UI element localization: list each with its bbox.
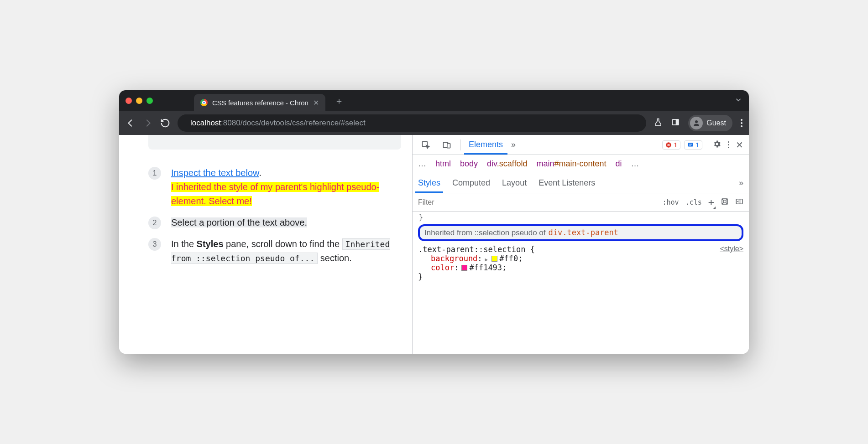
chrome-favicon	[200, 99, 208, 106]
rule-close-brace: }	[418, 272, 743, 281]
settings-icon[interactable]	[712, 139, 722, 150]
styles-bold: Styles	[197, 239, 224, 249]
inspect-link[interactable]: Inspect the text below	[171, 168, 259, 178]
color-swatch[interactable]	[492, 256, 497, 262]
breadcrumb-scroll-right[interactable]: …	[631, 159, 639, 169]
dom-breadcrumb[interactable]: … html body div.scaffold main#main-conte…	[413, 155, 749, 173]
tab-elements[interactable]: Elements	[466, 135, 506, 154]
close-tab-icon[interactable]: ✕	[313, 98, 319, 107]
expand-shorthand-icon[interactable]: ▶	[485, 257, 488, 263]
avatar-icon	[690, 117, 703, 129]
crumb-html[interactable]: html	[435, 159, 451, 169]
reload-button[interactable]	[160, 118, 170, 128]
highlighted-sample-text[interactable]: I inherited the style of my parent's hig…	[171, 182, 379, 206]
step-3: 3 In the Styles pane, scroll down to fin…	[148, 237, 401, 265]
svg-rect-15	[723, 200, 726, 203]
tab-styles[interactable]: Styles	[418, 174, 440, 192]
minimize-window-button[interactable]	[136, 98, 142, 104]
tab-computed[interactable]: Computed	[452, 174, 490, 192]
panel-icon[interactable]	[671, 118, 680, 129]
crumb-div-scaffold[interactable]: div.scaffold	[487, 159, 527, 169]
styles-tabbar: Styles Computed Layout Event Listeners »	[413, 173, 749, 193]
tab-search-button[interactable]	[734, 98, 743, 105]
error-icon	[665, 142, 672, 148]
main-tabs-overflow[interactable]: »	[511, 140, 516, 150]
styles-filter-row: :hov .cls +	[413, 193, 749, 212]
styles-pane: } Inherited from ::selection pseudo of d…	[413, 212, 749, 354]
step-number: 1	[148, 167, 161, 180]
devtools-panel: Elements » 1 1	[412, 135, 749, 354]
maximize-window-button[interactable]	[146, 98, 153, 104]
page-header-greybox	[148, 135, 401, 150]
computed-sidebar-icon[interactable]	[721, 197, 729, 207]
step-1: 1 Inspect the text below. I inherited th…	[148, 166, 401, 208]
window-controls	[125, 98, 153, 104]
css-rule: .text-parent::selection { <style> backgr…	[418, 245, 743, 281]
rule-selector[interactable]: .text-parent::selection {	[418, 245, 535, 254]
declaration-color[interactable]: color:#ff1493;	[418, 263, 743, 272]
breadcrumb-scroll-left[interactable]: …	[418, 159, 426, 169]
new-tab-button[interactable]: ＋	[335, 95, 344, 107]
step-number: 3	[148, 238, 161, 251]
styles-tabs-overflow[interactable]: »	[739, 178, 743, 188]
step-2: 2 Select a portion of the text above.	[148, 216, 401, 230]
inherited-from-bar[interactable]: Inherited from ::selection pseudo of div…	[418, 224, 743, 241]
chrome-tab-strip-area: CSS features reference - Chron ✕ ＋	[119, 90, 749, 135]
profile-chip[interactable]: Guest	[688, 115, 732, 131]
profile-label: Guest	[706, 119, 726, 127]
tab-title: CSS features reference - Chron	[212, 99, 309, 107]
svg-rect-11	[688, 143, 693, 146]
svg-point-6	[695, 120, 698, 123]
address-bar[interactable]: localhost:8080/docs/devtools/css/referen…	[178, 114, 646, 132]
devtools-main-tabbar: Elements » 1 1	[413, 135, 749, 155]
tab-layout[interactable]: Layout	[502, 174, 527, 192]
content-area: 1 Inspect the text below. I inherited th…	[119, 135, 749, 354]
close-window-button[interactable]	[125, 98, 132, 104]
browser-toolbar: localhost:8080/docs/devtools/css/referen…	[119, 111, 749, 135]
cls-toggle[interactable]: .cls	[685, 198, 702, 207]
rule-source-link[interactable]: <style>	[720, 245, 743, 253]
svg-rect-9	[447, 143, 450, 148]
labs-icon[interactable]	[654, 118, 663, 129]
browser-tab[interactable]: CSS features reference - Chron ✕	[194, 94, 325, 111]
issues-badge[interactable]: 1	[684, 140, 702, 150]
step-number: 2	[148, 217, 161, 229]
forward-button[interactable]	[143, 118, 153, 128]
crumb-body[interactable]: body	[460, 159, 478, 169]
hov-toggle[interactable]: :hov	[663, 198, 679, 207]
crumb-di[interactable]: di	[616, 159, 622, 169]
browser-menu-button[interactable]	[741, 119, 743, 127]
crumb-main-content[interactable]: main#main-content	[536, 159, 606, 169]
toggle-sidebar-icon[interactable]	[735, 197, 743, 207]
back-button[interactable]	[125, 118, 136, 128]
browser-window: CSS features reference - Chron ✕ ＋	[119, 90, 749, 354]
inspect-element-icon[interactable]	[418, 137, 434, 153]
color-swatch[interactable]	[461, 265, 467, 271]
close-devtools-icon[interactable]: ✕	[736, 139, 743, 150]
tab-event-listeners[interactable]: Event Listeners	[539, 174, 595, 192]
svg-rect-5	[676, 119, 679, 125]
new-style-rule-button[interactable]: +	[708, 196, 714, 208]
styles-filter-input[interactable]	[413, 193, 657, 211]
issues-icon	[687, 142, 694, 148]
url-host: localhost:8080/docs/devtools/css/referen…	[190, 119, 366, 128]
step-2-text: Select a portion of the text above.	[171, 217, 307, 227]
devtools-menu-button[interactable]	[728, 141, 729, 148]
device-toolbar-icon[interactable]	[439, 137, 455, 153]
error-badge[interactable]: 1	[662, 140, 680, 150]
page-viewport: 1 Inspect the text below. I inherited th…	[119, 135, 412, 354]
rule-fragment-close: }	[418, 213, 743, 222]
declaration-background[interactable]: background:▶#ff0;	[418, 254, 743, 263]
